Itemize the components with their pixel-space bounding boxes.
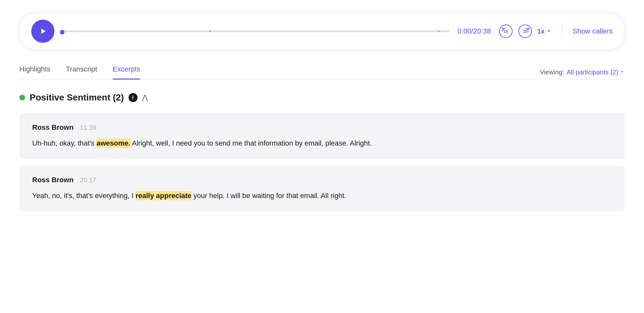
timestamp-2: 20:17 <box>80 176 96 184</box>
collapse-button[interactable]: ⋀ <box>142 93 148 102</box>
timestamp-1: 11:39 <box>80 124 96 131</box>
chevron-down-icon <box>546 28 552 34</box>
card-header-2: Ross Brown 20:17 <box>32 176 612 184</box>
speaker-name-1: Ross Brown <box>32 123 73 132</box>
excerpt-text-1: Uh-huh, okay, that's awesome. Alright, w… <box>32 138 612 149</box>
speaker-name-2: Ross Brown <box>32 176 73 184</box>
show-callers-button[interactable]: Show callers <box>572 27 613 35</box>
tab-excerpts[interactable]: Excerpts <box>113 65 140 80</box>
speed-label: 1x <box>537 28 544 35</box>
rewind-icon: 15 <box>499 24 513 38</box>
excerpt-card-2: Ross Brown 20:17 Yeah, no, it's, that's … <box>19 166 625 212</box>
tab-transcript[interactable]: Transcript <box>66 65 97 80</box>
rewind-button[interactable]: 15 <box>499 24 513 38</box>
tabs-container: Highlights Transcript Excerpts Viewing: … <box>19 65 625 80</box>
highlighted-bold-1: awesome. <box>96 138 130 148</box>
svg-text:15: 15 <box>523 29 527 34</box>
vertical-divider <box>562 25 562 37</box>
forward-button[interactable]: 15 <box>518 24 532 38</box>
section-header: Positive Sentiment (2) i ⋀ <box>19 92 625 103</box>
section-title: Positive Sentiment (2) <box>30 92 124 103</box>
excerpt-card-1: Ross Brown 11:39 Uh-huh, okay, that's aw… <box>19 113 625 159</box>
tab-highlights[interactable]: Highlights <box>19 65 51 80</box>
text-after-2: your help. I will be waiting for that em… <box>191 192 346 200</box>
viewing-value-button[interactable]: All participants (2) <box>567 69 625 76</box>
sentiment-dot <box>19 95 25 100</box>
viewing-label: Viewing: <box>540 69 564 76</box>
text-before-1: Uh-huh, okay, that's <box>32 139 96 147</box>
card-header-1: Ross Brown 11:39 <box>32 123 612 132</box>
progress-marker-2 <box>438 30 439 32</box>
text-after-1: Alright, well, I need you to send me tha… <box>130 139 372 147</box>
excerpt-text-2: Yeah, no, it's, that's everything, I rea… <box>32 190 612 201</box>
player-controls: 15 15 1x <box>499 24 552 38</box>
time-display: 0:00/20:38 <box>457 27 491 35</box>
progress-marker-1 <box>209 30 211 32</box>
viewing-control: Viewing: All participants (2) <box>540 69 625 76</box>
speed-control[interactable]: 1x <box>537 28 552 35</box>
highlighted-bold-2: really appreciate <box>136 191 192 200</box>
svg-text:15: 15 <box>504 29 508 34</box>
forward-icon: 15 <box>518 24 532 38</box>
progress-track[interactable] <box>62 30 450 32</box>
play-button[interactable] <box>31 20 54 43</box>
progress-thumb <box>60 30 64 34</box>
text-before-2: Yeah, no, it's, that's everything, I <box>32 192 136 200</box>
progress-container[interactable] <box>62 25 450 38</box>
viewing-chevron-icon <box>620 70 625 75</box>
audio-player: 0:00/20:38 15 15 1x Show ca <box>19 13 625 50</box>
play-icon <box>38 27 47 36</box>
viewing-value-text: All participants (2) <box>567 69 618 76</box>
info-icon[interactable]: i <box>129 93 138 102</box>
tabs-left: Highlights Transcript Excerpts <box>19 65 540 79</box>
